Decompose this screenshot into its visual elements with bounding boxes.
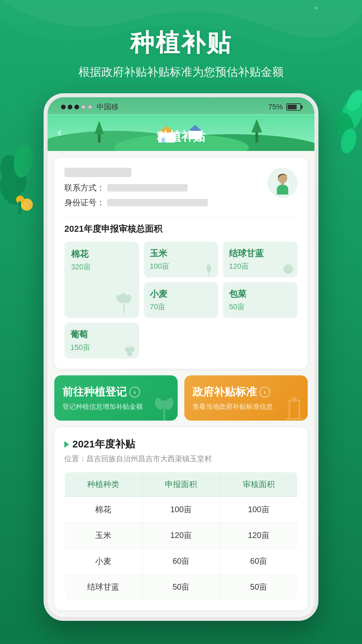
crop-icon-corn <box>201 262 217 277</box>
register-bg-icon <box>147 392 178 421</box>
battery-fill <box>288 105 297 109</box>
signal-dot-2 <box>68 105 72 109</box>
status-left: 中国移 <box>61 102 119 112</box>
col-header-declared: 申报面积 <box>142 472 220 497</box>
svg-rect-24 <box>281 182 284 185</box>
cell-declared-3: 60亩 <box>142 548 220 574</box>
crop-name-wheat: 小麦 <box>150 288 213 300</box>
crop-area-wheat: 70亩 <box>150 302 213 312</box>
cell-crop-3: 小麦 <box>65 548 142 574</box>
table-row: 棉花 100亩 100亩 <box>65 497 298 523</box>
register-arrow: › <box>129 387 140 397</box>
svg-point-28 <box>206 264 211 272</box>
id-label: 身份证号： <box>64 197 105 208</box>
page-title: 种植补贴 <box>0 27 362 59</box>
app-content: 联系方式： 身份证号： <box>48 151 314 617</box>
crop-icon-cabbage <box>281 262 296 277</box>
user-info-row: 联系方式： 身份证号： <box>64 168 298 212</box>
cell-declared-4: 50亩 <box>142 574 220 600</box>
user-info-left: 联系方式： 身份证号： <box>64 168 267 212</box>
crop-card-corn: 玉米 100亩 <box>144 241 219 277</box>
cell-crop-4: 结球甘蓝 <box>65 574 142 600</box>
id-blurred <box>107 199 208 206</box>
cell-approved-4: 50亩 <box>220 574 298 600</box>
crop-name-corn: 玉米 <box>150 248 213 259</box>
svg-point-33 <box>127 351 132 356</box>
triangle-icon <box>64 441 69 448</box>
page-subtitle: 根据政府补贴补贴标准为您预估补贴金额 <box>0 64 362 80</box>
carrier-name: 中国移 <box>97 102 119 112</box>
status-right: 75% <box>268 103 301 111</box>
page-title-section: 种植补贴 根据政府补贴补贴标准为您预估补贴金额 <box>0 0 362 80</box>
cell-declared-2: 120亩 <box>142 523 220 548</box>
standard-arrow: › <box>259 387 270 397</box>
table-body: 棉花 100亩 100亩 玉米 120亩 120亩 小麦 <box>65 497 298 600</box>
svg-rect-16 <box>255 131 258 143</box>
subsidy-title: 2021年度补贴 <box>72 437 135 451</box>
signal-dot-1 <box>61 105 66 109</box>
contact-blurred <box>107 184 188 192</box>
contact-row: 联系方式： <box>64 182 267 193</box>
user-card: 联系方式： 身份证号： <box>54 158 308 369</box>
table-header: 种植种类 申报面积 审核面积 <box>65 472 298 497</box>
table-row: 玉米 120亩 120亩 <box>65 523 298 548</box>
standard-button[interactable]: 政府补贴标准 › 查看当地政府补贴标准信息 <box>184 375 308 421</box>
crop-area-cotton: 320亩 <box>71 262 132 272</box>
crop-area-pakchoi: 50亩 <box>229 302 292 312</box>
card-divider <box>64 217 298 218</box>
subsidy-table: 种植种类 申报面积 审核面积 棉花 100亩 100亩 <box>64 472 298 600</box>
standard-bg-icon <box>279 394 308 421</box>
avatar-icon <box>271 171 294 195</box>
crop-card-pakchoi: 包菜 50亩 <box>223 282 298 318</box>
cell-crop-1: 棉花 <box>65 497 142 523</box>
battery-icon <box>286 103 301 111</box>
register-button[interactable]: 前往种植登记 › 登记种植信息增加补贴金额 <box>54 375 178 421</box>
action-buttons-row: 前往种植登记 › 登记种植信息增加补贴金额 政府补贴标准 › 查 <box>54 375 308 421</box>
status-bar: 中国移 75% <box>48 97 314 115</box>
stats-title: 2021年度申报审核总面积 <box>64 223 298 235</box>
app-screen-title: 种植补贴 <box>157 128 205 145</box>
svg-point-30 <box>285 265 292 270</box>
crop-name-cotton: 棉花 <box>71 248 132 260</box>
location-text: 位置：昌吉回族自治州昌吉市大西渠镇玉堂村 <box>64 454 298 464</box>
subsidy-section: 2021年度补贴 位置：昌吉回族自治州昌吉市大西渠镇玉堂村 种植种类 申报面积 … <box>54 427 308 610</box>
col-header-type: 种植种类 <box>65 472 142 497</box>
signal-dot-4 <box>81 105 86 109</box>
cell-crop-2: 玉米 <box>65 523 142 548</box>
crop-card-grape: 葡萄 150亩 <box>64 323 139 359</box>
crop-name-pakchoi: 包菜 <box>229 288 292 300</box>
signal-dot-5 <box>88 105 93 109</box>
table-row: 结球甘蓝 50亩 50亩 <box>65 574 298 600</box>
crop-card-cabbage: 结球甘蓝 120亩 <box>223 241 298 277</box>
phone-mockup: 中国移 75% <box>44 93 318 621</box>
crop-card-wheat: 小麦 70亩 <box>144 282 219 318</box>
user-avatar <box>267 168 298 198</box>
contact-label: 联系方式： <box>64 182 105 193</box>
crop-name-grape: 葡萄 <box>70 329 133 340</box>
battery-percentage: 75% <box>268 103 283 111</box>
subsidy-title-row: 2021年度补贴 <box>64 437 298 451</box>
crop-name-cabbage: 结球甘蓝 <box>229 248 292 259</box>
cell-approved-2: 120亩 <box>220 523 298 548</box>
crop-icon-grape <box>122 343 137 358</box>
crops-grid: 棉花 320亩 玉米 100亩 <box>64 241 298 359</box>
table-header-row: 种植种类 申报面积 审核面积 <box>65 472 298 497</box>
user-name-blurred <box>64 168 131 177</box>
crop-icon-cotton <box>111 289 137 316</box>
svg-rect-5 <box>18 201 21 215</box>
signal-dot-3 <box>74 105 79 109</box>
table-row: 小麦 60亩 60亩 <box>65 548 298 574</box>
cell-approved-3: 60亩 <box>220 548 298 574</box>
right-plant-decoration <box>318 74 362 168</box>
phone-frame: 中国移 75% <box>44 93 318 621</box>
id-row: 身份证号： <box>64 197 267 208</box>
crop-card-cotton: 棉花 320亩 <box>64 241 139 318</box>
col-header-approved: 审核面积 <box>220 472 298 497</box>
cell-approved-1: 100亩 <box>220 497 298 523</box>
svg-rect-36 <box>292 397 297 402</box>
cell-declared-1: 100亩 <box>142 497 220 523</box>
back-button[interactable]: ‹ <box>58 125 62 140</box>
